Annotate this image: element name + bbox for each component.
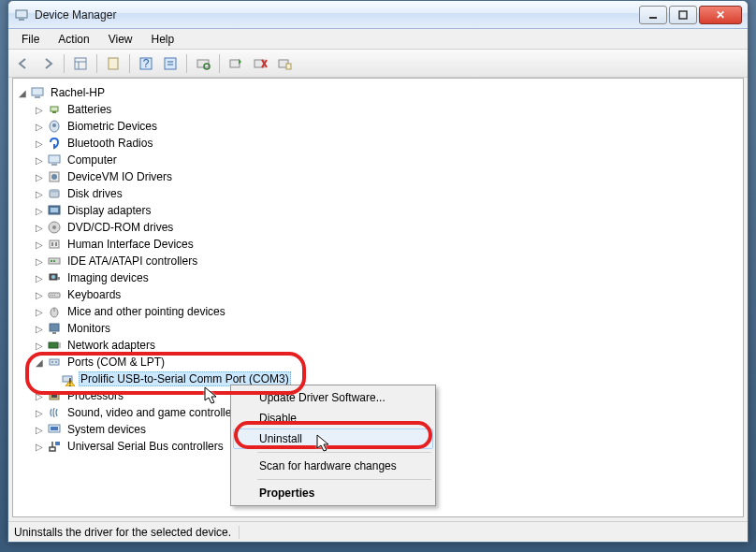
category-icon	[47, 220, 62, 235]
tree-category[interactable]: ▷Mice and other pointing devices	[17, 303, 739, 320]
category-label: Computer	[65, 153, 119, 167]
category-label: Processors	[65, 388, 125, 403]
expander-icon[interactable]: ▷	[34, 255, 45, 267]
ctx-disable[interactable]: Disable	[233, 408, 433, 429]
tree-category[interactable]: ▷IDE ATA/ATAPI controllers	[17, 253, 739, 269]
svg-rect-23	[51, 107, 58, 111]
update-driver-button[interactable]	[225, 52, 247, 75]
tree-category[interactable]: ▷Computer	[17, 152, 739, 168]
category-icon	[47, 119, 62, 134]
tree-category[interactable]: ▷Display adapters	[17, 202, 739, 219]
svg-rect-45	[57, 277, 60, 280]
expander-icon[interactable]: ▷	[34, 138, 45, 149]
ctx-properties[interactable]: Properties	[233, 483, 433, 503]
maximize-button[interactable]	[669, 6, 697, 24]
expander-icon[interactable]: ▷	[34, 306, 45, 317]
tree-category[interactable]: ▷DVD/CD-ROM drives	[17, 219, 739, 236]
category-label: Display adapters	[65, 203, 153, 218]
close-button[interactable]: ✕	[699, 6, 742, 24]
category-label: DVD/CD-ROM drives	[65, 220, 175, 235]
category-icon	[47, 237, 62, 252]
help-button[interactable]: ?	[135, 52, 157, 75]
category-icon	[47, 422, 62, 437]
toolbar-separator	[64, 54, 65, 73]
expander-icon[interactable]: ▷	[34, 424, 45, 435]
back-button[interactable]	[12, 52, 35, 75]
expander-icon[interactable]: ▷	[34, 171, 45, 182]
uninstall-button[interactable]	[249, 52, 271, 75]
svg-rect-39	[55, 242, 57, 246]
svg-rect-65	[51, 394, 57, 398]
menu-view[interactable]: View	[99, 31, 142, 48]
category-label: IDE ATA/ATAPI controllers	[65, 254, 199, 269]
expander-icon[interactable]: ▷	[34, 441, 45, 452]
expander-icon[interactable]: ◢	[17, 87, 28, 98]
tree-category[interactable]: ▷Monitors	[17, 320, 739, 337]
properties-button[interactable]	[102, 52, 124, 75]
svg-rect-49	[54, 295, 55, 296]
svg-rect-52	[50, 324, 59, 331]
tree-category[interactable]: ▷Network adapters	[17, 337, 739, 354]
expander-icon[interactable]: ▷	[34, 154, 45, 166]
forward-button[interactable]	[36, 52, 59, 75]
expander-icon[interactable]: ▷	[34, 340, 45, 351]
minimize-button[interactable]	[639, 6, 667, 24]
toolbar-prop2-button[interactable]	[273, 52, 296, 75]
expander-icon[interactable]: ▷	[34, 390, 45, 401]
status-text: Uninstalls the driver for the selected d…	[14, 526, 240, 539]
menu-help[interactable]: Help	[142, 31, 184, 48]
window-title: Device Manager	[35, 8, 637, 22]
category-label: Mice and other pointing devices	[65, 304, 227, 319]
toolbar-action-button[interactable]	[159, 52, 182, 75]
expander-icon[interactable]: ▷	[34, 222, 45, 233]
category-icon	[47, 405, 62, 420]
tree-category[interactable]: ▷Bluetooth Radios	[17, 135, 739, 152]
svg-rect-21	[32, 88, 43, 95]
expander-icon[interactable]: ▷	[34, 205, 45, 216]
svg-rect-53	[52, 332, 56, 334]
tree-category[interactable]: ▷Biometric Devices	[17, 118, 739, 135]
svg-text:?: ?	[143, 57, 150, 70]
expander-icon[interactable]: ▷	[34, 239, 45, 250]
tree-category[interactable]: ▷Batteries	[17, 101, 739, 118]
tree-category[interactable]: ▷Imaging devices	[17, 269, 739, 286]
expander-icon[interactable]: ◢	[34, 356, 45, 368]
category-icon	[47, 439, 62, 454]
ports-label: Ports (COM & LPT)	[65, 355, 167, 370]
menu-action[interactable]: Action	[49, 31, 98, 48]
show-tree-button[interactable]	[69, 52, 92, 75]
svg-rect-42	[53, 260, 55, 262]
menu-file[interactable]: File	[12, 31, 49, 48]
expander-icon[interactable]: ▷	[34, 104, 45, 115]
expander-icon[interactable]: ▷	[34, 407, 45, 418]
ctx-scan[interactable]: Scan for hardware changes	[233, 456, 433, 476]
app-icon	[14, 7, 29, 22]
category-icon	[47, 102, 62, 117]
tree-root[interactable]: ◢ Rachel-HP	[17, 84, 739, 101]
tree-category[interactable]: ▷Keyboards	[17, 286, 739, 303]
scan-hardware-button[interactable]	[192, 52, 214, 75]
svg-rect-24	[52, 111, 56, 113]
category-label: Monitors	[65, 321, 112, 336]
category-label: Network adapters	[65, 338, 157, 353]
svg-rect-47	[51, 295, 51, 296]
ctx-update-driver[interactable]: Update Driver Software...	[233, 387, 433, 408]
tree-category[interactable]: ▷Disk drives	[17, 185, 739, 202]
titlebar[interactable]: Device Manager ✕	[8, 1, 748, 29]
ctx-separator	[257, 479, 431, 480]
svg-rect-1	[19, 19, 24, 21]
category-icon	[47, 388, 62, 403]
tree-category-ports[interactable]: ◢ Ports (COM & LPT)	[17, 354, 739, 370]
expander-icon[interactable]: ▷	[34, 272, 45, 283]
svg-point-44	[51, 275, 55, 279]
category-icon	[47, 186, 62, 201]
expander-icon[interactable]: ▷	[34, 289, 45, 300]
expander-icon[interactable]: ▷	[34, 323, 45, 334]
tree-category[interactable]: ▷DeviceVM IO Drivers	[17, 168, 739, 185]
expander-icon[interactable]: ▷	[34, 188, 45, 199]
svg-rect-41	[51, 260, 52, 262]
tree-category[interactable]: ▷Human Interface Devices	[17, 236, 739, 253]
expander-icon[interactable]: ▷	[34, 121, 45, 132]
ctx-uninstall[interactable]: Uninstall	[233, 429, 433, 449]
computer-icon	[30, 85, 45, 100]
